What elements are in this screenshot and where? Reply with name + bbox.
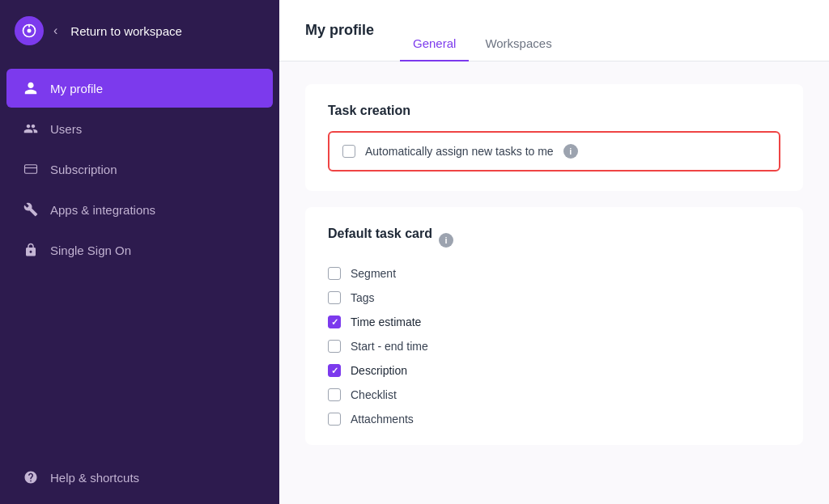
- sidebar-item-my-profile-label: My profile: [50, 82, 103, 95]
- auto-assign-label: Automatically assign new tasks to me: [365, 145, 554, 158]
- default-task-card-title-row: Default task card i: [328, 227, 780, 254]
- auto-assign-row: Automatically assign new tasks to me i: [328, 131, 780, 172]
- start-end-time-checkbox[interactable]: [328, 340, 341, 353]
- task-card-item-description: Description: [328, 364, 780, 377]
- main-header: My profile General Workspaces: [279, 0, 829, 61]
- tags-label: Tags: [351, 291, 375, 304]
- sidebar-item-my-profile[interactable]: My profile: [6, 69, 273, 108]
- auto-assign-info-icon[interactable]: i: [563, 144, 578, 159]
- sidebar-nav: My profile Users Subscription: [0, 61, 279, 504]
- task-card-item-segment: Segment: [328, 267, 780, 280]
- svg-rect-3: [25, 165, 37, 174]
- tags-checkbox[interactable]: [328, 291, 341, 304]
- segment-label: Segment: [351, 267, 396, 280]
- task-card-item-attachments: Attachments: [328, 413, 780, 426]
- return-label: Return to workspace: [70, 24, 182, 38]
- main-content: My profile General Workspaces Task creat…: [279, 0, 829, 504]
- segment-checkbox[interactable]: [328, 267, 341, 280]
- content-area: Task creation Automatically assign new t…: [279, 61, 829, 504]
- sidebar-item-sso-label: Single Sign On: [50, 244, 131, 257]
- lock-icon: [23, 242, 39, 258]
- task-card-item-tags: Tags: [328, 291, 780, 304]
- app-logo: [15, 16, 44, 45]
- task-creation-section: Task creation Automatically assign new t…: [305, 84, 803, 191]
- sidebar-item-help-label: Help & shortcuts: [50, 471, 139, 485]
- sidebar-item-help[interactable]: Help & shortcuts: [6, 458, 273, 497]
- task-card-item-time-estimate: Time estimate: [328, 316, 780, 328]
- subscription-icon: [23, 161, 39, 177]
- default-task-card-title: Default task card: [328, 227, 432, 241]
- tab-general[interactable]: General: [400, 27, 469, 61]
- attachments-label: Attachments: [351, 413, 414, 426]
- description-checkbox[interactable]: [328, 364, 341, 377]
- sidebar-item-users-label: Users: [50, 122, 82, 136]
- checklist-checkbox[interactable]: [328, 388, 341, 401]
- auto-assign-checkbox[interactable]: [342, 145, 355, 158]
- users-icon: [23, 121, 39, 137]
- svg-point-1: [28, 29, 32, 33]
- default-task-card-section: Default task card i Segment Tags Time es: [305, 207, 803, 445]
- sidebar-item-apps-integrations-label: Apps & integrations: [50, 203, 155, 217]
- sidebar-item-sso[interactable]: Single Sign On: [6, 231, 273, 269]
- page-title: My profile: [305, 22, 374, 39]
- help-icon: [23, 469, 39, 485]
- sidebar-item-apps-integrations[interactable]: Apps & integrations: [6, 190, 273, 229]
- sidebar-item-subscription[interactable]: Subscription: [6, 150, 273, 188]
- tab-workspaces[interactable]: Workspaces: [472, 27, 564, 61]
- attachments-checkbox[interactable]: [328, 413, 341, 426]
- sidebar-item-users[interactable]: Users: [6, 109, 273, 148]
- time-estimate-checkbox[interactable]: [328, 316, 341, 328]
- checklist-label: Checklist: [351, 388, 397, 401]
- sidebar-item-subscription-label: Subscription: [50, 163, 117, 176]
- apps-icon: [23, 201, 39, 218]
- tabs: General Workspaces: [400, 0, 565, 61]
- back-arrow-icon: ‹: [53, 23, 57, 38]
- default-task-card-list: Segment Tags Time estimate Start - end t…: [328, 267, 780, 426]
- time-estimate-label: Time estimate: [351, 316, 421, 328]
- return-to-workspace-button[interactable]: ‹ Return to workspace: [0, 0, 279, 61]
- task-card-item-start-end-time: Start - end time: [328, 340, 780, 353]
- task-card-item-checklist: Checklist: [328, 388, 780, 401]
- default-task-card-info-icon[interactable]: i: [439, 233, 453, 248]
- person-icon: [23, 80, 39, 96]
- sidebar: ‹ Return to workspace My profile Users: [0, 0, 279, 504]
- start-end-time-label: Start - end time: [351, 340, 428, 353]
- task-creation-title: Task creation: [328, 104, 780, 118]
- description-label: Description: [351, 364, 407, 377]
